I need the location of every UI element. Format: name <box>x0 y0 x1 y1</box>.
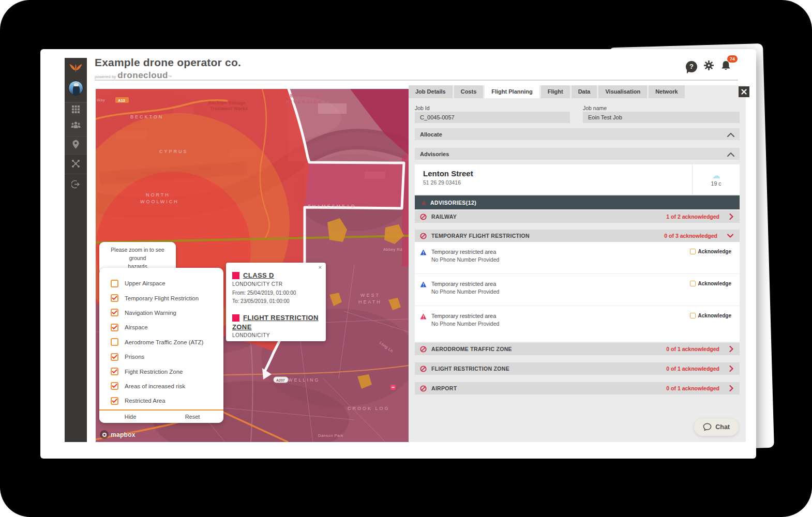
legend-items: Upper Airspace Temporary Flight Restrict… <box>99 268 223 408</box>
chevron-right-icon[interactable] <box>729 366 733 372</box>
job-name-label: Job name <box>583 105 607 111</box>
advisory-subtitle: No Phone Number Provided <box>431 256 732 263</box>
acknowledge-control[interactable]: Acknowledge <box>690 313 731 318</box>
apps-grid-icon[interactable] <box>65 105 87 113</box>
acknowledge-control[interactable]: Acknowledge <box>690 249 731 254</box>
settings-gear-icon[interactable] <box>703 59 715 73</box>
legend-item-prisons[interactable]: Prisons <box>111 349 223 364</box>
tab-network[interactable]: Network <box>649 85 684 98</box>
zone2-title[interactable]: FLIGHT RESTRICTION <box>243 314 319 322</box>
tab-data[interactable]: Data <box>572 85 597 98</box>
legend-reset-button[interactable]: Reset <box>161 410 223 423</box>
legend-checkbox[interactable] <box>111 397 118 405</box>
job-panel: Job Details Costs Flight Planning Flight… <box>409 85 746 442</box>
legend-item-airspace[interactable]: Airspace <box>111 320 223 334</box>
legend-checkbox[interactable] <box>111 368 118 375</box>
advisory-group-flight-restriction-zone[interactable]: FLIGHT RESTRICTION ZONE 0 of 1 acknowled… <box>415 362 740 375</box>
job-id-field[interactable]: C_0045-0057 <box>415 112 570 123</box>
legend-item-label: Areas of increased risk <box>125 383 185 389</box>
panel-tabs: Job Details Costs Flight Planning Flight… <box>409 85 685 98</box>
team-icon[interactable] <box>65 121 87 130</box>
notification-count-badge: 74 <box>727 55 738 63</box>
chevron-right-icon[interactable] <box>729 385 733 391</box>
map-canvas[interactable]: Way A13 BECKTON Beckton Sewage Treatment… <box>96 89 409 442</box>
advisory-title: Temporary restricted area <box>431 281 732 287</box>
chat-bubble-icon <box>703 423 712 431</box>
advisory-group-temporary-flight-restriction[interactable]: TEMPORARY FLIGHT RESTRICTION 0 of 3 ackn… <box>415 230 740 242</box>
app-window: Example drone operator co. powered by dr… <box>40 49 756 459</box>
help-icon[interactable]: ? <box>686 61 697 72</box>
zone2-title-line2: ZONE <box>232 323 320 331</box>
legend-checkbox[interactable] <box>111 382 118 390</box>
map-label-way: Way <box>97 98 105 102</box>
legend-hide-button[interactable]: Hide <box>99 410 161 423</box>
header-divider <box>95 80 738 81</box>
acknowledge-label: Acknowledge <box>698 281 731 286</box>
sidebar-divider <box>65 102 87 102</box>
advisories-count-header: ADVISORIES(12) <box>415 195 740 209</box>
legend-item-upper-airspace[interactable]: Upper Airspace <box>111 276 223 291</box>
advisory-title: Temporary restricted area <box>431 249 732 255</box>
allocate-section-header[interactable]: Allocate <box>415 128 740 140</box>
legend-checkbox[interactable] <box>111 280 118 287</box>
legend-checkbox[interactable] <box>111 309 118 316</box>
warning-triangle-blue-icon <box>420 281 427 287</box>
user-avatar[interactable] <box>65 81 87 96</box>
map-label-thamesmead: THAMESMEAD <box>308 204 356 209</box>
legend-checkbox[interactable] <box>111 353 118 361</box>
group-status: 1 of 2 acknowledged <box>666 214 719 220</box>
chevron-right-icon[interactable] <box>729 214 733 220</box>
dronecloud-logo: dronecloud <box>117 70 168 81</box>
advisories-section-header[interactable]: Advisories <box>415 148 740 160</box>
legend-item-fight-restriction-zone[interactable]: Fight Restriction Zone <box>111 364 223 378</box>
group-status: 0 of 1 acknowledged <box>666 385 719 391</box>
advisory-group-railway[interactable]: RAILWAY 1 of 2 acknowledged <box>415 210 740 223</box>
advisory-group-aerodrome-traffic-zone[interactable]: AERODROME TRAFFIC ZONE 0 of 1 acknowledg… <box>415 343 740 355</box>
tab-visualisation[interactable]: Visualisation <box>598 85 647 98</box>
legend-checkbox[interactable] <box>111 294 118 302</box>
logout-icon[interactable] <box>65 180 87 189</box>
tab-job-details[interactable]: Job Details <box>409 85 453 98</box>
map-badge-a13: A13 <box>118 98 125 103</box>
zone1-title[interactable]: CLASS D <box>243 271 274 279</box>
legend-item-temporary-flight-restriction[interactable]: Temporary Flight Restriction <box>111 291 223 305</box>
legend-checkbox[interactable] <box>111 324 118 331</box>
popup-close-icon[interactable]: × <box>319 264 322 270</box>
legend-item-label: Fight Restriction Zone <box>125 369 183 375</box>
legend-item-restricted-area[interactable]: Restricted Area <box>111 393 223 408</box>
location-info: Lenton Street 51 26 29 03416 <box>415 164 692 194</box>
acknowledge-control[interactable]: Acknowledge <box>690 281 731 286</box>
tab-flight-planning[interactable]: Flight Planning <box>485 85 539 98</box>
zone1-title-row: CLASS D <box>232 271 320 279</box>
advisory-item: Temporary restricted area No Phone Numbe… <box>415 274 740 306</box>
sidebar-divider <box>65 136 87 136</box>
location-pin-icon[interactable] <box>65 140 87 149</box>
acknowledge-checkbox[interactable] <box>690 249 696 254</box>
panel-close-button[interactable] <box>739 86 749 97</box>
tab-flight[interactable]: Flight <box>541 85 570 98</box>
mapbox-attribution[interactable]: mapbox <box>100 430 136 439</box>
legend-item-navigation-warning[interactable]: Navigation Warning <box>111 306 223 320</box>
legend-item-areas-of-increased-risk[interactable]: Areas of increased risk <box>111 379 223 393</box>
phoenix-logo-icon[interactable] <box>65 62 87 74</box>
acknowledge-checkbox[interactable] <box>690 313 696 318</box>
drone-icon[interactable] <box>65 159 87 168</box>
job-name-field[interactable]: Eoin Test Job <box>583 112 740 123</box>
chat-button[interactable]: Chat <box>694 418 739 436</box>
advisory-group-airport[interactable]: AIRPORT 0 of 1 acknowledged <box>415 382 740 394</box>
temperature-value: 19 c <box>711 180 721 187</box>
acknowledge-checkbox[interactable] <box>690 281 696 286</box>
chevron-down-icon[interactable] <box>727 234 733 238</box>
chevron-right-icon[interactable] <box>729 346 733 352</box>
group-label: AIRPORT <box>431 385 457 391</box>
map-badge-a207: A207 <box>276 378 285 382</box>
legend-item-atz[interactable]: Aerodrome Traffic Zone (ATZ) <box>111 335 223 349</box>
legend-checkbox[interactable] <box>111 338 118 346</box>
trademark: ™ <box>168 75 172 79</box>
notifications-bell-icon[interactable]: 74 <box>720 60 731 73</box>
tab-costs[interactable]: Costs <box>454 85 484 98</box>
map-label-crook-log: CROOK LOG <box>348 406 390 411</box>
zone2-title-row: FLIGHT RESTRICTION <box>232 314 320 322</box>
zone-color-swatch <box>232 272 239 279</box>
map-label-heath: HEATH <box>358 299 382 305</box>
